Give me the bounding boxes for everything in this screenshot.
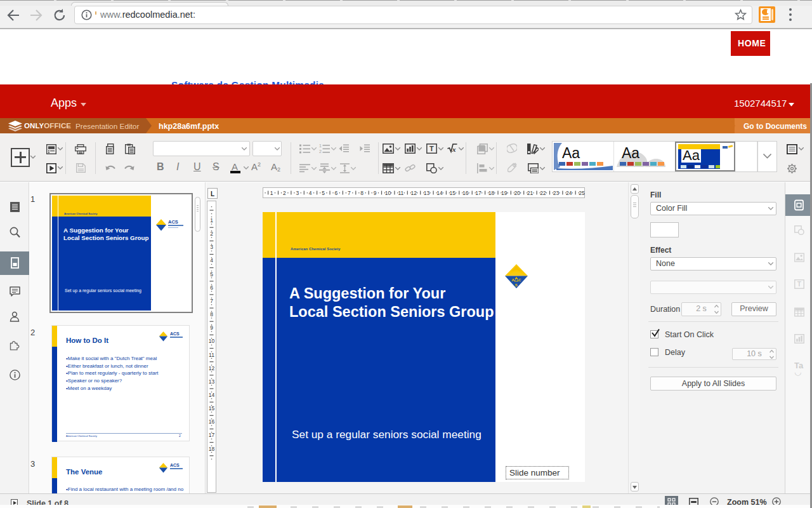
svg-text:11: 11 xyxy=(398,190,403,196)
svg-text:7: 7 xyxy=(210,298,213,304)
svg-text:2: 2 xyxy=(210,231,213,237)
svg-text:S: S xyxy=(515,283,518,287)
svg-text:17: 17 xyxy=(475,190,481,196)
svg-text:1: 1 xyxy=(270,190,273,196)
svg-text:2: 2 xyxy=(283,190,286,196)
svg-text:19: 19 xyxy=(501,190,508,196)
svg-text:9: 9 xyxy=(210,324,213,331)
svg-text:16: 16 xyxy=(209,418,215,425)
svg-text:1: 1 xyxy=(319,144,322,148)
svg-text:7: 7 xyxy=(348,190,351,196)
svg-text:2: 2 xyxy=(319,149,322,154)
svg-text:10: 10 xyxy=(385,190,391,196)
svg-text:1: 1 xyxy=(210,217,213,224)
svg-text:12: 12 xyxy=(209,365,215,371)
svg-text:21: 21 xyxy=(527,190,534,196)
svg-text:15: 15 xyxy=(209,405,215,411)
svg-text:4: 4 xyxy=(309,190,312,196)
svg-text:8: 8 xyxy=(360,190,363,196)
svg-text:17: 17 xyxy=(209,432,215,438)
svg-text:T: T xyxy=(797,281,802,288)
svg-text:6: 6 xyxy=(335,190,338,196)
svg-text:8: 8 xyxy=(210,311,213,318)
svg-text:6: 6 xyxy=(210,284,213,291)
svg-text:5: 5 xyxy=(210,271,213,277)
svg-text:12: 12 xyxy=(410,190,417,196)
svg-text:9: 9 xyxy=(374,190,377,196)
svg-text:25: 25 xyxy=(579,190,585,196)
svg-text:4: 4 xyxy=(210,257,213,264)
svg-text:22: 22 xyxy=(540,190,546,196)
svg-text:5: 5 xyxy=(322,190,325,196)
svg-text:A: A xyxy=(512,278,515,282)
svg-text:18: 18 xyxy=(209,446,215,452)
svg-text:15: 15 xyxy=(450,190,456,196)
svg-text:13: 13 xyxy=(424,190,430,196)
svg-text:10: 10 xyxy=(209,338,215,344)
svg-text:14: 14 xyxy=(436,190,443,196)
svg-text:x: x xyxy=(452,145,456,153)
svg-text:14: 14 xyxy=(209,392,215,398)
svg-text:3: 3 xyxy=(296,190,299,196)
svg-text:C: C xyxy=(518,278,521,282)
svg-text:T: T xyxy=(429,145,434,152)
svg-text:23: 23 xyxy=(553,190,560,196)
svg-text:18: 18 xyxy=(488,190,495,196)
svg-text:11: 11 xyxy=(209,352,214,358)
svg-text:13: 13 xyxy=(209,378,215,385)
svg-text:3: 3 xyxy=(210,244,213,250)
svg-text:16: 16 xyxy=(462,190,469,196)
svg-text:24: 24 xyxy=(566,190,572,196)
svg-text:20: 20 xyxy=(514,190,520,196)
